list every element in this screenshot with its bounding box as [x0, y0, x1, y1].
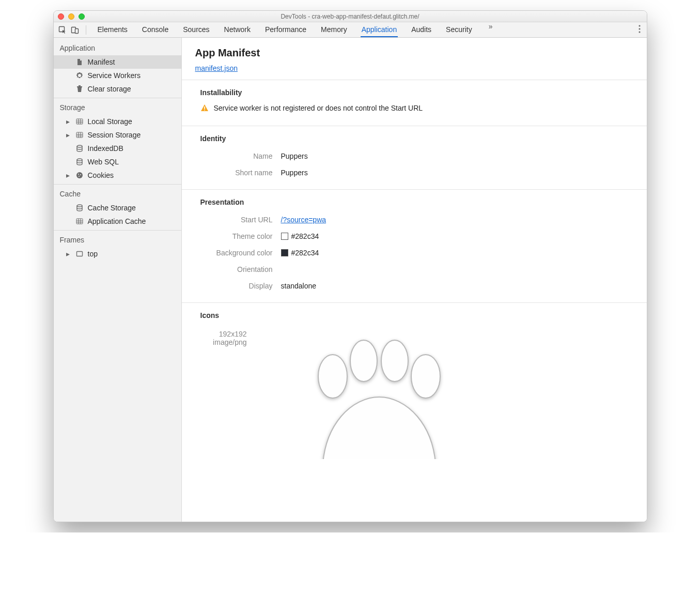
chevron-right-icon: ▸	[66, 131, 71, 139]
orientation-row: Orientation	[182, 261, 647, 278]
trash-icon	[75, 85, 84, 93]
sidebar-item-label: Local Storage	[88, 117, 132, 126]
tab-application[interactable]: Application	[361, 22, 398, 37]
svg-rect-16	[76, 252, 82, 256]
tab-audits[interactable]: Audits	[410, 22, 432, 37]
svg-point-20	[350, 340, 377, 382]
tab-security[interactable]: Security	[445, 22, 473, 37]
toggle-device-toolbar-icon[interactable]	[69, 24, 81, 36]
sidebar-item-label: Manifest	[88, 58, 115, 66]
field-label: Short name	[200, 169, 273, 177]
icons-section: Icons 192x192 image/png	[182, 302, 647, 467]
start-url-row: Start URL /?source=pwa	[182, 211, 647, 228]
field-value: #282c34	[281, 249, 319, 257]
field-label: Name	[200, 152, 273, 160]
start-url-link[interactable]: /?source=pwa	[281, 216, 326, 224]
sidebar-section-storage: Storage	[54, 100, 181, 115]
paw-icon	[276, 330, 472, 459]
tab-network[interactable]: Network	[223, 22, 252, 37]
sidebar-item-label: Cookies	[88, 171, 114, 179]
manifest-json-link[interactable]: manifest.json	[195, 64, 238, 72]
svg-rect-18	[204, 110, 205, 111]
sidebar-item-websql[interactable]: Web SQL	[54, 155, 181, 169]
sidebar-item-local-storage[interactable]: ▸ Local Storage	[54, 115, 181, 128]
tab-console[interactable]: Console	[141, 22, 169, 37]
svg-rect-6	[76, 119, 83, 124]
installability-section: Installability Service worker is not reg…	[182, 80, 647, 126]
presentation-section: Presentation Start URL /?source=pwa Them…	[182, 189, 647, 302]
svg-point-10	[76, 172, 83, 178]
sidebar-item-application-cache[interactable]: Application Cache	[54, 215, 181, 228]
sidebar-item-indexeddb[interactable]: IndexedDB	[54, 142, 181, 155]
color-swatch	[281, 233, 288, 240]
gear-icon	[75, 71, 84, 80]
svg-point-9	[77, 159, 82, 161]
sidebar-divider	[54, 184, 181, 185]
svg-point-13	[79, 176, 80, 177]
more-tabs-icon[interactable]: »	[486, 22, 496, 37]
field-value: standalone	[281, 282, 317, 290]
warning-icon	[200, 104, 209, 112]
icon-preview	[260, 330, 488, 459]
chevron-right-icon: ▸	[66, 117, 71, 126]
sidebar-item-label: Web SQL	[88, 158, 119, 166]
tab-elements[interactable]: Elements	[97, 22, 129, 37]
svg-rect-17	[204, 106, 205, 109]
background-color-row: Background color #282c34	[182, 245, 647, 261]
identity-name-row: Name Puppers	[182, 148, 647, 164]
titlebar: DevTools - cra-web-app-manifest-defaut.g…	[54, 11, 647, 22]
window-title: DevTools - cra-web-app-manifest-defaut.g…	[54, 13, 647, 20]
tab-performance[interactable]: Performance	[264, 22, 307, 37]
svg-point-14	[77, 205, 82, 207]
frame-icon	[75, 250, 84, 258]
sidebar-item-session-storage[interactable]: ▸ Session Storage	[54, 128, 181, 142]
icon-mime: image/png	[200, 338, 247, 346]
sidebar-item-service-workers[interactable]: Service Workers	[54, 69, 181, 82]
svg-point-4	[639, 28, 640, 29]
svg-point-19	[318, 355, 347, 398]
color-swatch	[281, 249, 288, 256]
field-label: Orientation	[200, 265, 273, 273]
svg-point-11	[78, 174, 79, 175]
section-heading: Icons	[182, 311, 647, 325]
tab-memory[interactable]: Memory	[320, 22, 348, 37]
svg-point-5	[639, 31, 640, 33]
chevron-right-icon: ▸	[66, 171, 71, 179]
database-icon	[75, 204, 84, 212]
tab-sources[interactable]: Sources	[182, 22, 210, 37]
sidebar-section-cache: Cache	[54, 187, 181, 201]
sidebar-item-label: IndexedDB	[88, 144, 123, 153]
sidebar-item-label: Cache Storage	[88, 204, 136, 212]
application-sidebar: Application Manifest Service Workers	[54, 38, 182, 522]
section-heading: Installability	[182, 88, 647, 102]
sidebar-item-manifest[interactable]: Manifest	[54, 55, 181, 69]
theme-color-row: Theme color #282c34	[182, 228, 647, 245]
field-value: #282c34	[281, 232, 319, 240]
sidebar-item-label: Clear storage	[88, 85, 131, 93]
inspect-element-icon[interactable]	[57, 24, 68, 36]
color-hex: #282c34	[291, 249, 319, 257]
field-label: Start URL	[200, 216, 273, 224]
installability-warning: Service worker is not registered or does…	[182, 102, 647, 117]
svg-rect-15	[76, 219, 83, 224]
cookie-icon	[75, 171, 84, 179]
sidebar-item-cache-storage[interactable]: Cache Storage	[54, 201, 181, 215]
table-icon	[75, 217, 84, 225]
sidebar-item-label: Session Storage	[88, 131, 141, 139]
panel-tabs: Elements Console Sources Network Perform…	[97, 22, 634, 37]
sidebar-item-clear-storage[interactable]: Clear storage	[54, 82, 181, 96]
svg-rect-7	[76, 132, 83, 138]
toolbar-divider	[86, 25, 86, 35]
sidebar-item-frames-top[interactable]: ▸ top	[54, 247, 181, 261]
sidebar-item-cookies[interactable]: ▸ Cookies	[54, 169, 181, 182]
icon-meta: 192x192 image/png	[200, 330, 247, 346]
devtools-menu-icon[interactable]	[635, 25, 644, 35]
file-icon	[75, 58, 84, 66]
sidebar-item-label: Application Cache	[88, 217, 146, 225]
sidebar-section-frames: Frames	[54, 233, 181, 247]
table-icon	[75, 117, 84, 126]
section-heading: Identity	[182, 134, 647, 148]
panel-body: Application Manifest Service Workers	[54, 38, 647, 522]
display-row: Display standalone	[182, 278, 647, 294]
field-value: Puppers	[281, 169, 308, 177]
